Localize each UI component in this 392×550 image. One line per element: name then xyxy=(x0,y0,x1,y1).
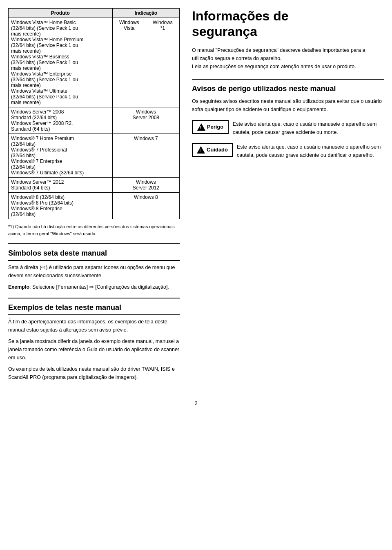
cuidado-box: Cuidado Este aviso alerta que, caso o us… xyxy=(192,143,384,159)
col-produto: Produto xyxy=(9,9,113,18)
indication-cell: WindowsServer 2012 xyxy=(112,178,179,193)
warnings-title: Avisos de perigo utilizados neste manual xyxy=(192,85,384,93)
divider-simbolos xyxy=(8,243,180,244)
simbolos-para2: Exemplo: Selecione [Ferramentas] ⇨ [Conf… xyxy=(8,283,180,291)
perigo-text: Este aviso alerta que, caso o usuário ma… xyxy=(233,120,384,136)
warnings-intro: Os seguintes avisos descritos neste manu… xyxy=(192,97,384,114)
table-row: Windows® 8 (32/64 bits) Windows® 8 Pro (… xyxy=(9,193,180,219)
cuidado-badge: Cuidado xyxy=(192,143,233,157)
indication-cell: Windows 8 xyxy=(112,193,179,219)
simbolos-title: Símbolos seta deste manual xyxy=(8,249,180,261)
product-cell: Windows Server™ 2012 Standard (64 bits) xyxy=(9,178,113,193)
main-title-line2: segurança xyxy=(192,24,257,39)
exemplos-para1: À fim de aperfeiçoamento das informações… xyxy=(8,318,180,334)
indication-cell: WindowsServer 2008 xyxy=(112,107,179,134)
col-indicacao: Indicação xyxy=(112,9,179,18)
simbolos-para1: Seta à direita (⇨) é utilizado para sepa… xyxy=(8,263,180,280)
intro-para1: O manual "Precauções de segurança" descr… xyxy=(192,46,384,62)
indication-cell: WindowsVista xyxy=(112,18,146,107)
product-cell: Windows Vista™ Home Basic (32/64 bits) (… xyxy=(9,18,113,107)
table-row: Windows Server™ 2008 Standard (32/64 bit… xyxy=(9,107,180,134)
main-title-line1: Informações de xyxy=(192,9,289,23)
exemplos-para2: Se a janela mostrada diferir da janela d… xyxy=(8,337,180,362)
exemplos-para3: Os exemplos de tela utilizados neste man… xyxy=(8,365,180,381)
main-title: Informações de segurança xyxy=(192,8,384,40)
perigo-box: Perigo Este aviso alerta que, caso o usu… xyxy=(192,120,384,136)
intro-para2: Leia as precauções de segurança com aten… xyxy=(192,62,384,71)
indication-cell-2: Windows*1 xyxy=(146,18,179,107)
product-cell: Windows® 7 Home Premium (32/64 bits) Win… xyxy=(9,134,113,178)
product-cell: Windows Server™ 2008 Standard (32/64 bit… xyxy=(9,107,113,134)
cuidado-triangle-icon xyxy=(197,146,205,154)
page-number: 2 xyxy=(8,400,384,406)
table-row: Windows® 7 Home Premium (32/64 bits) Win… xyxy=(9,134,180,178)
exemplos-title: Exemplos de telas neste manual xyxy=(8,303,180,315)
simbolos-body: Seta à direita (⇨) é utilizado para sepa… xyxy=(8,263,180,291)
simbolos-bold: Exemplo xyxy=(8,284,29,290)
left-column: Produto Indicação Windows Vista™ Home Ba… xyxy=(8,8,180,388)
cuidado-label: Cuidado xyxy=(207,147,228,153)
indication-cell: Windows 7 xyxy=(112,134,179,178)
perigo-badge: Perigo xyxy=(192,120,229,134)
divider-exemplos xyxy=(8,298,180,298)
cuidado-text: Este aviso alerta que, caso o usuário ma… xyxy=(237,143,384,159)
table-footnote: *1) Quando não há distinção entre as dif… xyxy=(8,223,180,237)
perigo-label: Perigo xyxy=(207,124,223,130)
os-compatibility-table: Produto Indicação Windows Vista™ Home Ba… xyxy=(8,8,180,219)
page-container: Produto Indicação Windows Vista™ Home Ba… xyxy=(8,8,384,388)
intro-text: O manual "Precauções de segurança" descr… xyxy=(192,46,384,71)
exemplos-body: À fim de aperfeiçoamento das informações… xyxy=(8,318,180,381)
table-row: Windows Server™ 2012 Standard (64 bits) … xyxy=(9,178,180,193)
table-row: Windows Vista™ Home Basic (32/64 bits) (… xyxy=(9,18,180,107)
simbolos-rest: : Selecione [Ferramentas] ⇨ [Configuraçõ… xyxy=(29,284,169,290)
product-cell: Windows® 8 (32/64 bits) Windows® 8 Pro (… xyxy=(9,193,113,219)
right-column: Informações de segurança O manual "Preca… xyxy=(192,8,384,388)
perigo-triangle-icon xyxy=(197,123,205,131)
divider-warnings xyxy=(192,79,384,80)
